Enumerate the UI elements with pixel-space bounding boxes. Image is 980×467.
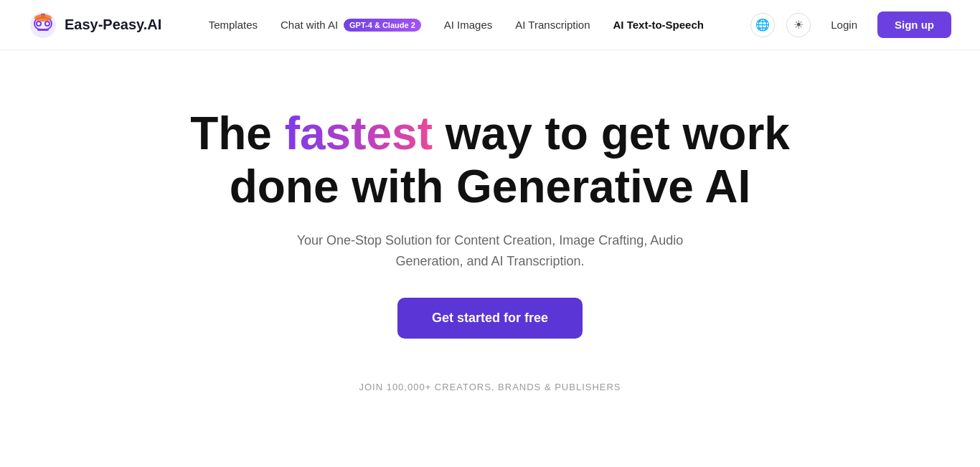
- sun-icon: ☀: [793, 18, 804, 32]
- nav-chat-group: Chat with AI GPT-4 & Claude 2: [281, 19, 421, 32]
- signup-button[interactable]: Sign up: [877, 11, 951, 38]
- nav-ai-images[interactable]: AI Images: [444, 19, 493, 31]
- cta-button[interactable]: Get started for free: [397, 298, 583, 339]
- login-button[interactable]: Login: [822, 14, 866, 35]
- logo-icon: [29, 11, 57, 39]
- nav-ai-text-to-speech[interactable]: AI Text-to-Speech: [613, 19, 704, 31]
- svg-point-4: [46, 22, 49, 25]
- site-header: Easy-Peasy.AI Templates Chat with AI GPT…: [0, 0, 980, 50]
- globe-icon: 🌐: [755, 18, 770, 32]
- logo-text: Easy-Peasy.AI: [65, 16, 161, 33]
- svg-point-8: [34, 14, 52, 22]
- theme-toggle-button[interactable]: ☀: [786, 13, 811, 37]
- hero-title-prefix: The: [190, 108, 285, 159]
- svg-point-3: [37, 22, 40, 25]
- hero-title: The fastest way to get work done with Ge…: [167, 108, 813, 213]
- main-nav: Templates Chat with AI GPT-4 & Claude 2 …: [209, 19, 704, 32]
- chat-badge: GPT-4 & Claude 2: [344, 19, 421, 32]
- nav-ai-transcription[interactable]: AI Transcription: [515, 19, 590, 31]
- hero-subtitle: Your One-Stop Solution for Content Creat…: [275, 230, 705, 272]
- logo[interactable]: Easy-Peasy.AI: [29, 11, 161, 39]
- nav-templates[interactable]: Templates: [209, 19, 258, 31]
- hero-title-highlight: fastest: [285, 108, 433, 159]
- nav-chat-with-ai[interactable]: Chat with AI: [281, 19, 338, 31]
- globe-icon-button[interactable]: 🌐: [750, 13, 775, 37]
- header-actions: 🌐 ☀ Login Sign up: [750, 11, 951, 38]
- bottom-text: JOIN 100,000+ CREATORS, BRANDS & PUBLISH…: [359, 382, 621, 392]
- hero-section: The fastest way to get work done with Ge…: [0, 50, 980, 421]
